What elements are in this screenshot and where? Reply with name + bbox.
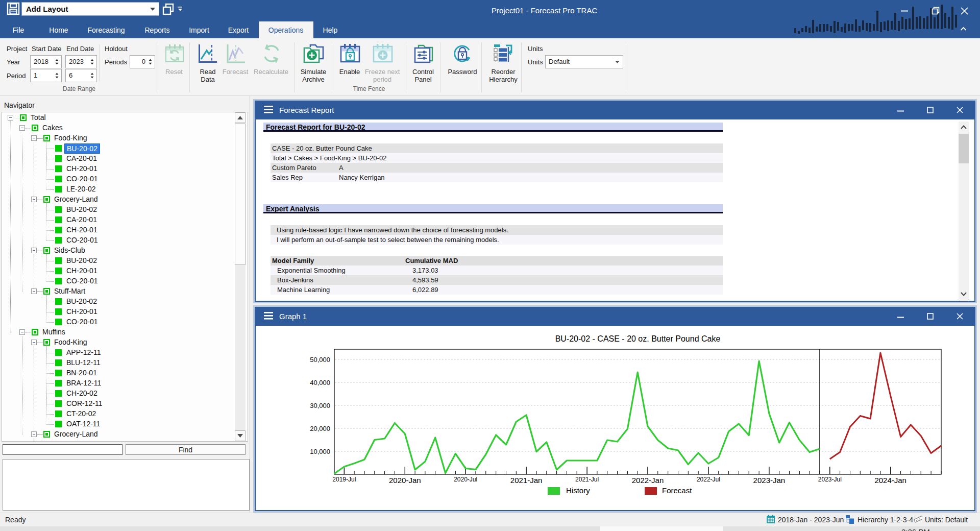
svg-text:Forecast: Forecast [662, 486, 692, 495]
svg-text:2023-Jan: 2023-Jan [753, 476, 786, 485]
svg-text:2019-Jul: 2019-Jul [332, 476, 356, 483]
svg-text:2023-Jul: 2023-Jul [818, 476, 842, 483]
svg-text:20,000: 20,000 [310, 425, 330, 432]
svg-text:2022-Jan: 2022-Jan [632, 476, 664, 485]
svg-text:2021-Jul: 2021-Jul [575, 476, 599, 483]
svg-text:2020-Jul: 2020-Jul [454, 476, 477, 483]
svg-text:50,000: 50,000 [310, 356, 330, 364]
svg-text:2024-Jan: 2024-Jan [874, 476, 906, 485]
svg-text:2020-Jan: 2020-Jan [389, 476, 421, 485]
svg-text:2022-Jul: 2022-Jul [697, 476, 720, 483]
svg-text:10,000: 10,000 [310, 448, 330, 455]
svg-text:BU-20-02 - CASE - 20 oz. Butte: BU-20-02 - CASE - 20 oz. Butter Pound Ca… [555, 334, 721, 343]
svg-text:2021-Jan: 2021-Jan [510, 476, 543, 485]
svg-text:30,000: 30,000 [310, 402, 330, 409]
svg-text:40,000: 40,000 [310, 379, 330, 387]
svg-text:History: History [566, 486, 590, 495]
